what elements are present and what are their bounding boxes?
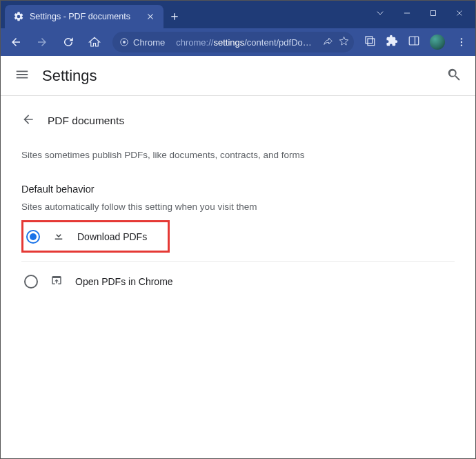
settings-content: PDF documents Sites sometimes publish PD… [1, 96, 475, 313]
section-subtitle: Sites automatically follow this setting … [21, 202, 455, 212]
nav-forward-button[interactable] [34, 34, 50, 50]
svg-point-10 [461, 38, 462, 39]
settings-title: Settings [42, 67, 97, 85]
menu-icon[interactable] [14, 67, 30, 85]
download-icon [52, 229, 65, 244]
open-in-browser-icon [50, 274, 63, 289]
gear-icon [13, 11, 24, 22]
svg-rect-8 [409, 37, 419, 45]
page-title: PDF documents [48, 115, 124, 127]
share-icon[interactable] [323, 36, 333, 48]
page-head: PDF documents [21, 113, 455, 129]
back-arrow-icon[interactable] [21, 113, 35, 129]
browser-menu-button[interactable] [455, 37, 468, 48]
radio-unselected[interactable] [24, 275, 38, 289]
search-button[interactable] [446, 67, 462, 85]
section-title: Default behavior [21, 184, 455, 195]
bookmark-star-icon[interactable] [339, 36, 349, 48]
nav-reload-button[interactable] [60, 34, 77, 50]
toolbar-actions [364, 35, 468, 50]
option-download-pdfs[interactable]: Download PDFs [21, 220, 170, 253]
omnibox-url: chrome://settings/content/pdfDo… [176, 37, 312, 48]
svg-point-12 [461, 44, 462, 46]
omnibox[interactable]: Chrome chrome://settings/content/pdfDo… [112, 32, 354, 52]
svg-rect-7 [368, 39, 375, 46]
chevron-down-icon[interactable] [375, 8, 386, 21]
profile-avatar[interactable] [430, 35, 445, 50]
window-close-button[interactable] [455, 8, 464, 21]
window-titlebar: Settings - PDF documents [1, 1, 475, 28]
window-controls [375, 1, 475, 28]
tab-title: Settings - PDF documents [30, 12, 140, 21]
svg-rect-6 [366, 37, 373, 43]
scheme-label: Chrome [133, 37, 165, 48]
option-label: Download PDFs [77, 231, 147, 242]
nav-back-button[interactable] [8, 34, 24, 50]
close-icon[interactable] [146, 12, 155, 21]
browser-toolbar: Chrome chrome://settings/content/pdfDo… [1, 28, 475, 56]
window-maximize-button[interactable] [428, 8, 438, 21]
svg-point-5 [123, 41, 126, 43]
page-description: Sites sometimes publish PDFs, like docum… [21, 150, 455, 160]
new-tab-button[interactable] [163, 5, 186, 28]
nav-home-button[interactable] [86, 34, 103, 50]
option-open-in-chrome[interactable]: Open PDFs in Chrome [21, 266, 455, 297]
window-minimize-button[interactable] [402, 8, 412, 21]
sidepanel-icon[interactable] [408, 35, 420, 50]
option-divider [21, 261, 455, 262]
radio-selected[interactable] [26, 230, 40, 244]
settings-header: Settings [1, 56, 475, 96]
browser-tab[interactable]: Settings - PDF documents [5, 5, 163, 28]
svg-point-11 [461, 41, 462, 43]
svg-rect-1 [431, 11, 436, 16]
chrome-scheme-chip: Chrome [119, 37, 165, 48]
extensions-icon[interactable] [386, 35, 398, 50]
tabs-overview-icon[interactable] [364, 35, 376, 50]
option-label: Open PDFs in Chrome [75, 276, 173, 287]
